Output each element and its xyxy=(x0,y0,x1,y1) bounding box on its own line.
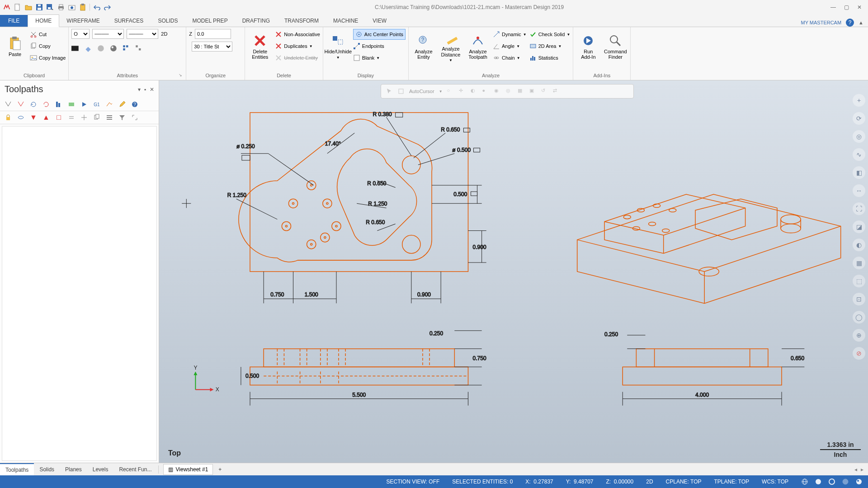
move-icon[interactable] xyxy=(80,113,89,122)
shade-icon[interactable]: ◐ xyxy=(853,239,865,251)
more2-icon[interactable]: ⊡ xyxy=(853,293,865,305)
collapse-ribbon-icon[interactable]: ▲ xyxy=(859,20,863,25)
delete-entities-button[interactable]: Delete Entities xyxy=(248,29,272,64)
add-viewsheet-icon[interactable]: + xyxy=(213,464,227,475)
screenshot-icon[interactable] xyxy=(68,3,76,11)
close-icon[interactable]: ✕ xyxy=(857,4,862,10)
sel-9-icon[interactable]: ↺ xyxy=(541,88,548,95)
my-mastercam-link[interactable]: MY MASTERCAM xyxy=(801,20,841,25)
tab-drafting[interactable]: DRAFTING xyxy=(235,15,277,27)
options-icon[interactable] xyxy=(105,113,114,122)
minimize-icon[interactable]: — xyxy=(830,4,836,10)
verify-icon[interactable] xyxy=(67,100,76,109)
collapse-icon[interactable] xyxy=(67,113,76,122)
sel-4-icon[interactable]: ● xyxy=(482,88,490,95)
tab-view[interactable]: VIEW xyxy=(365,15,394,27)
panel-dropdown-icon[interactable]: ▾ xyxy=(138,86,141,93)
display-toggle-icon[interactable] xyxy=(16,113,25,122)
blank-button[interactable]: Blank▼ xyxy=(353,52,406,63)
wire-icon[interactable]: ▦ xyxy=(853,257,865,269)
btab-toolpaths[interactable]: Toolpaths xyxy=(0,463,34,476)
shade-icon[interactable] xyxy=(109,44,118,52)
section-view-status[interactable]: SECTION VIEW: OFF xyxy=(387,479,440,485)
angle-button[interactable]: Angle▼ xyxy=(493,41,527,52)
cube-icon[interactable]: ◧ xyxy=(853,166,865,179)
area2d-button[interactable]: 2D Area▼ xyxy=(529,41,571,52)
maximize-icon[interactable]: ▢ xyxy=(844,4,849,10)
cplane-status[interactable]: CPLANE: TOP xyxy=(666,479,702,485)
mode-2d[interactable]: 2D xyxy=(646,479,653,485)
non-associative-button[interactable]: Non-Associative xyxy=(275,29,320,40)
grid-align-icon[interactable] xyxy=(122,44,130,52)
arc-center-points-button[interactable]: Arc Center Points xyxy=(353,29,406,40)
regen-dirty-icon[interactable] xyxy=(42,100,51,109)
command-finder-button[interactable]: Command Finder xyxy=(603,29,627,64)
run-addin-button[interactable]: Run Add-In xyxy=(576,29,600,64)
grid-align2-icon[interactable] xyxy=(135,44,143,52)
line-width-select[interactable]: ──── xyxy=(127,29,158,39)
copy-op-icon[interactable] xyxy=(92,113,101,122)
regen-icon[interactable] xyxy=(29,100,38,109)
panel-close-icon[interactable]: ✕ xyxy=(150,86,154,93)
copy-button[interactable]: Copy xyxy=(30,41,66,52)
pan-icon[interactable]: ↔ xyxy=(853,184,865,197)
highfeed-icon[interactable] xyxy=(105,100,114,109)
square-icon[interactable]: □ xyxy=(54,113,63,122)
tplane-status[interactable]: TPLANE: TOP xyxy=(714,479,750,485)
color-swatch-icon[interactable] xyxy=(71,44,80,52)
fit-icon[interactable]: ⛶ xyxy=(853,202,865,215)
sel-2-icon[interactable]: ✛ xyxy=(459,88,466,95)
tri-down-icon[interactable]: ▼ xyxy=(29,113,38,122)
btab-planes[interactable]: Planes xyxy=(60,464,87,475)
edit-icon[interactable] xyxy=(118,100,127,109)
chain-button[interactable]: Chain▼ xyxy=(493,52,527,63)
sel-7-icon[interactable]: ▦ xyxy=(518,88,525,95)
help-icon-tb[interactable]: ? xyxy=(130,100,139,109)
dynamic-button[interactable]: Dynamic▼ xyxy=(493,29,527,40)
rotate-icon[interactable]: ⟳ xyxy=(853,112,865,125)
post-g1-icon[interactable]: G1 xyxy=(92,100,101,109)
stop-icon[interactable]: ⊘ xyxy=(853,347,865,360)
sel-3-icon[interactable]: ◐ xyxy=(471,88,478,95)
graphics-viewport[interactable]: AutoCursor ▼ ○ ✛ ◐ ● ◉ ◎ ▦ ▣ ↺ ⇄ + ⟳ ◎ ∿… xyxy=(159,80,868,463)
btab-recent[interactable]: Recent Fun... xyxy=(113,464,157,475)
tri-up-icon[interactable]: ▲ xyxy=(42,113,51,122)
endpoints-button[interactable]: Endpoints xyxy=(353,41,406,52)
expand-icon[interactable] xyxy=(130,113,139,122)
help-icon[interactable]: ? xyxy=(846,19,854,27)
tab-solids[interactable]: SOLIDS xyxy=(151,15,185,27)
save-dropdown-icon[interactable] xyxy=(46,3,54,11)
simulate-icon[interactable] xyxy=(80,100,89,109)
cursor-icon[interactable] xyxy=(386,88,393,95)
tab-surfaces[interactable]: SURFACES xyxy=(107,15,151,27)
copy-image-button[interactable]: Copy Image xyxy=(30,52,66,63)
hide-unhide-button[interactable]: Hide/Unhide ▼ xyxy=(326,29,350,64)
new-file-icon[interactable] xyxy=(14,3,22,11)
analyze-toolpath-button[interactable]: Analyze Toolpath xyxy=(466,29,490,64)
filter-icon[interactable] xyxy=(118,113,127,122)
sel-8-icon[interactable]: ▣ xyxy=(529,88,537,95)
check-solid-button[interactable]: Check Solid▼ xyxy=(529,29,571,40)
panel-pin-icon[interactable]: ▪ xyxy=(144,86,146,93)
translucent-mode-icon[interactable] xyxy=(842,478,849,485)
toolpaths-tree[interactable] xyxy=(2,126,157,461)
analyze-distance-button[interactable]: Analyze Distance▼ xyxy=(439,29,463,64)
more3-icon[interactable]: ◯ xyxy=(853,311,865,324)
save-icon[interactable] xyxy=(35,3,43,11)
target-icon[interactable]: ◎ xyxy=(853,130,865,143)
outline-mode-icon[interactable] xyxy=(828,478,835,485)
dialog-launcher-icon[interactable]: ↘ xyxy=(179,73,182,77)
scroll-left-icon[interactable]: ◂ xyxy=(854,466,857,473)
wireframe-mode-icon[interactable] xyxy=(801,478,808,485)
undo-icon[interactable] xyxy=(93,3,101,11)
tab-transform[interactable]: TRANSFORM xyxy=(277,15,326,27)
wave-icon[interactable]: ∿ xyxy=(853,148,865,161)
level-select[interactable]: 30 : Title St xyxy=(192,42,232,52)
paste-special-icon[interactable] xyxy=(79,3,87,11)
analyze-entity-button[interactable]: ?Analyze Entity xyxy=(411,29,436,64)
paste-button[interactable]: Paste xyxy=(3,29,27,64)
line-style-select[interactable]: ──── xyxy=(92,29,124,39)
btab-solids[interactable]: Solids xyxy=(34,464,60,475)
tab-model-prep[interactable]: MODEL PREP xyxy=(185,15,235,27)
pick-icon[interactable] xyxy=(397,88,405,95)
